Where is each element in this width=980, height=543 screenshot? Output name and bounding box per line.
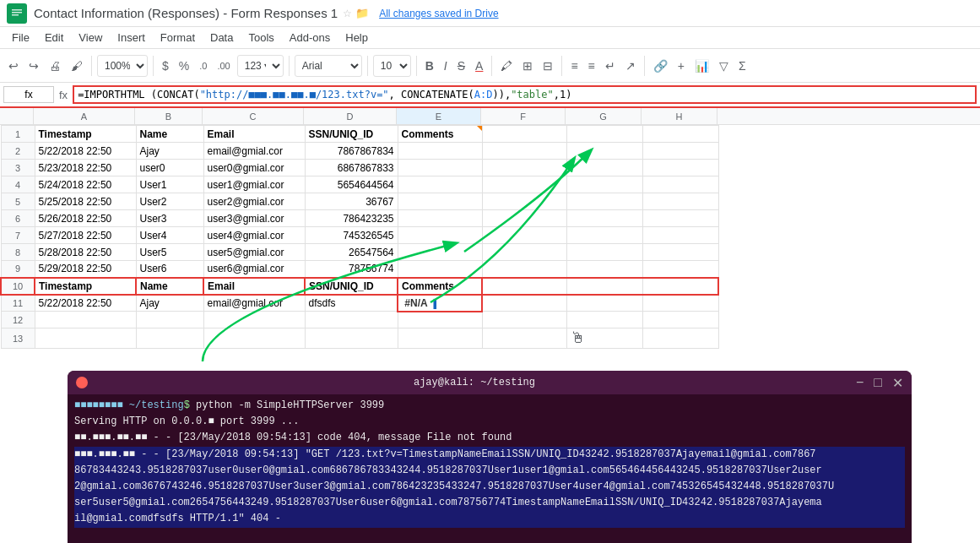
cell-f10[interactable]: [482, 278, 566, 295]
terminal-close-button[interactable]: ✕: [892, 375, 903, 391]
cell-h7[interactable]: [642, 227, 718, 244]
cell-c11[interactable]: email@gmial.cor: [203, 295, 305, 312]
cell-g6[interactable]: [566, 210, 642, 227]
cell-g7[interactable]: [566, 227, 642, 244]
cell-a3[interactable]: 5/23/2018 22:50: [35, 160, 136, 176]
cell-b5[interactable]: User2: [136, 193, 203, 210]
strikethrough-button[interactable]: S: [454, 57, 468, 74]
formula-display[interactable]: =IMPORTHTML (CONCAT("http://■■■.■■.■■.■/…: [73, 85, 977, 104]
cell-c9[interactable]: user6@gmial.cor: [203, 261, 305, 278]
cell-f1[interactable]: [482, 126, 566, 143]
col-c-header[interactable]: C: [203, 108, 304, 124]
font-color-button[interactable]: A: [472, 57, 486, 74]
cell-c2[interactable]: email@gmial.cor: [203, 143, 305, 160]
cell-d7[interactable]: 745326545: [305, 227, 398, 244]
cell-g4[interactable]: [566, 176, 642, 193]
cell-g12[interactable]: [566, 312, 642, 329]
cell-f8[interactable]: [482, 244, 566, 261]
menu-addons[interactable]: Add-ons: [283, 30, 337, 46]
cell-d2[interactable]: 7867867834: [305, 143, 398, 160]
cell-d8[interactable]: 26547564: [305, 244, 398, 261]
cell-b12[interactable]: [136, 312, 203, 329]
function-button[interactable]: Σ: [735, 57, 750, 74]
cell-e9[interactable]: [398, 261, 482, 278]
cell-f2[interactable]: [482, 143, 566, 160]
cell-a11[interactable]: 5/22/2018 22:50: [35, 295, 136, 312]
cell-h8[interactable]: [642, 244, 718, 261]
cell-f4[interactable]: [482, 176, 566, 193]
italic-button[interactable]: I: [441, 57, 451, 74]
cell-g3[interactable]: [566, 160, 642, 176]
cell-a9[interactable]: 5/29/2018 22:50: [35, 261, 136, 278]
terminal-minimize-button[interactable]: −: [856, 375, 864, 391]
cell-e13[interactable]: [398, 329, 482, 349]
cell-f9[interactable]: [482, 261, 566, 278]
cell-e12[interactable]: [398, 312, 482, 329]
cell-h5[interactable]: [642, 193, 718, 210]
cell-d1[interactable]: SSN/UNIQ_ID: [305, 126, 398, 143]
col-e-header[interactable]: E: [397, 108, 481, 124]
cell-a12[interactable]: [35, 312, 136, 329]
cell-g8[interactable]: [566, 244, 642, 261]
cell-d12[interactable]: [305, 312, 398, 329]
highlight-button[interactable]: 🖍: [497, 57, 516, 74]
col-g-header[interactable]: G: [566, 108, 642, 124]
cell-g5[interactable]: [566, 193, 642, 210]
cell-b2[interactable]: Ajay: [136, 143, 203, 160]
cell-h11[interactable]: [642, 295, 718, 312]
cell-a4[interactable]: 5/24/2018 22:50: [35, 176, 136, 193]
cell-c8[interactable]: user5@gmial.cor: [203, 244, 305, 261]
cell-c10[interactable]: Email: [203, 278, 305, 295]
cell-c5[interactable]: user2@gmial.cor: [203, 193, 305, 210]
cell-c1[interactable]: Email: [203, 126, 305, 143]
cell-reference-input[interactable]: [3, 86, 54, 103]
cell-d9[interactable]: 78756774: [305, 261, 398, 278]
cell-e6[interactable]: [398, 210, 482, 227]
cell-e2[interactable]: [398, 143, 482, 160]
menu-help[interactable]: Help: [338, 30, 375, 46]
undo-button[interactable]: ↩: [5, 57, 22, 74]
cell-d6[interactable]: 786423235: [305, 210, 398, 227]
bold-button[interactable]: B: [422, 57, 437, 74]
cell-b9[interactable]: User6: [136, 261, 203, 278]
col-h-header[interactable]: H: [642, 108, 717, 124]
cell-g10[interactable]: [566, 278, 642, 295]
decimal-inc-button[interactable]: .00: [214, 59, 233, 73]
chart-button[interactable]: 📊: [691, 57, 712, 74]
cell-c3[interactable]: user0@gmial.cor: [203, 160, 305, 176]
menu-tools[interactable]: Tools: [241, 30, 280, 46]
cell-b11[interactable]: Ajay: [136, 295, 203, 312]
cell-h9[interactable]: [642, 261, 718, 278]
cell-c6[interactable]: user3@gmial.cor: [203, 210, 305, 227]
cell-f3[interactable]: [482, 160, 566, 176]
cell-f13[interactable]: [482, 329, 566, 349]
cell-b13[interactable]: [136, 329, 203, 349]
filter-button[interactable]: ▽: [716, 57, 732, 74]
rotate-button[interactable]: ↗: [622, 57, 639, 74]
font-family-select[interactable]: Arial: [295, 55, 362, 77]
cell-d13[interactable]: [305, 329, 398, 349]
col-d-header[interactable]: D: [304, 108, 397, 124]
cell-e8[interactable]: [398, 244, 482, 261]
folder-icon[interactable]: 📁: [355, 7, 369, 19]
col-f-header[interactable]: F: [481, 108, 566, 124]
cell-c12[interactable]: [203, 312, 305, 329]
cell-b6[interactable]: User3: [136, 210, 203, 227]
cell-g13[interactable]: 🖱: [566, 329, 642, 349]
menu-file[interactable]: File: [5, 30, 36, 46]
menu-edit[interactable]: Edit: [38, 30, 70, 46]
currency-button[interactable]: $: [159, 57, 172, 74]
star-icon[interactable]: ☆: [343, 8, 352, 19]
redo-button[interactable]: ↪: [25, 57, 42, 74]
insert-comment-button[interactable]: +: [674, 57, 688, 74]
cell-a7[interactable]: 5/27/2018 22:50: [35, 227, 136, 244]
menu-data[interactable]: Data: [203, 30, 240, 46]
format-select[interactable]: 123 ▾: [237, 55, 284, 77]
cell-a2[interactable]: 5/22/2018 22:50: [35, 143, 136, 160]
cell-e10[interactable]: Comments: [398, 278, 482, 295]
cell-e1[interactable]: Comments: [398, 126, 482, 143]
wrap-button[interactable]: ↵: [602, 57, 619, 74]
cell-d11[interactable]: dfsdfs: [305, 295, 398, 312]
cell-c4[interactable]: user1@gmial.cor: [203, 176, 305, 193]
menu-view[interactable]: View: [72, 30, 109, 46]
